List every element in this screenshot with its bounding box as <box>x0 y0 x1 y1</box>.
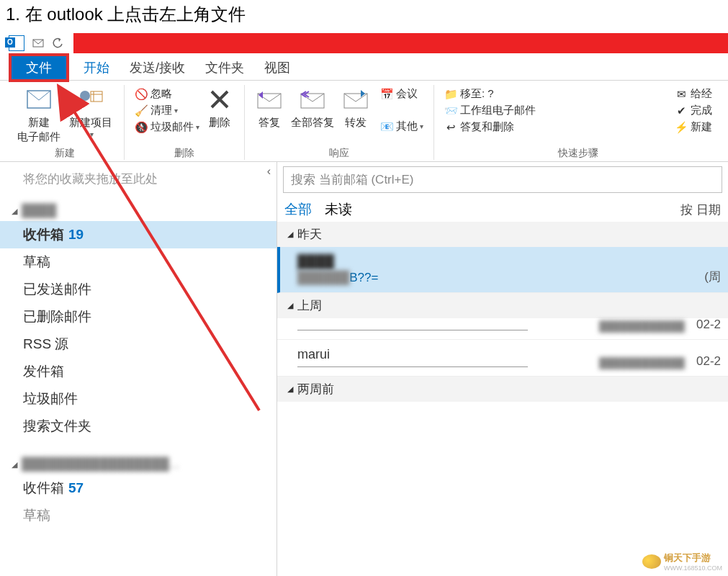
favorites-hint: 将您的收藏夹拖放至此处 <box>0 162 277 197</box>
ribbon-group-new: 新建 电子邮件 新建项目▾ 新建 <box>6 85 125 160</box>
file-tab[interactable]: 文件 <box>9 53 69 82</box>
team-mail-button[interactable]: 📨工作组电子邮件 <box>441 103 672 118</box>
mail-date: (周 <box>704 269 721 285</box>
to-boss-button[interactable]: ✉给经 <box>672 86 715 102</box>
moveto-button[interactable]: 📁移至: ? <box>441 86 672 102</box>
new-quick-button[interactable]: ⚡新建 <box>672 120 715 135</box>
ignore-icon: 🚫 <box>135 88 148 101</box>
reply-all-button[interactable]: 全部答复 <box>287 85 338 131</box>
outlook-logo-icon <box>9 35 24 51</box>
coins-icon <box>642 554 661 569</box>
collapse-nav-icon[interactable]: ‹ <box>267 165 271 178</box>
tab-view[interactable]: 视图 <box>254 55 300 81</box>
team-icon: 📨 <box>444 104 457 117</box>
search-input[interactable]: 搜索 当前邮箱 (Ctrl+E) <box>283 166 722 193</box>
reply-all-icon <box>300 86 325 112</box>
folder-2[interactable]: 已发送邮件 <box>0 276 277 303</box>
other-respond-button[interactable]: 📧其他▾ <box>377 119 426 134</box>
new-item-button[interactable]: 新建项目▾ <box>65 85 117 140</box>
undo-icon[interactable] <box>50 35 66 51</box>
instruction-text: 1. 在 outlook 上点击左上角文件 <box>0 0 728 32</box>
svg-rect-3 <box>91 91 102 102</box>
ribbon-group-delete: 🚫忽略 🧹清理▾ 🚷垃圾邮件▾ 删除 删除 <box>125 85 245 160</box>
done-button[interactable]: ✔完成 <box>672 103 715 118</box>
account-header-2[interactable]: ◢█████████████████... <box>0 450 277 474</box>
cleanup-button[interactable]: 🧹清理▾ <box>132 103 202 118</box>
mail-item-2[interactable]: 02-2 ████████████ <box>277 318 728 340</box>
filter-unread[interactable]: 未读 <box>325 200 352 219</box>
calendar-icon: 📅 <box>380 88 393 101</box>
folder-drafts-2[interactable]: 草稿 <box>0 502 277 529</box>
forward-icon <box>343 86 369 112</box>
title-bar-redacted <box>73 33 728 53</box>
filter-bar: 全部 未读 按 日期 <box>277 197 728 222</box>
mail-icon: ✉ <box>675 88 688 101</box>
block-icon: 🚷 <box>135 121 148 134</box>
send-receive-icon[interactable] <box>30 35 46 51</box>
reply-delete-icon: ↩ <box>444 121 457 134</box>
meeting-button[interactable]: 📅会议 <box>377 86 426 102</box>
tab-start[interactable]: 开始 <box>73 55 120 81</box>
group-lastweek[interactable]: ◢上周 <box>277 293 728 318</box>
svg-point-2 <box>80 91 90 101</box>
ribbon-group-respond: 答复 全部答复 转发 📅会议 📧其他▾ 响应 <box>245 85 434 160</box>
ribbon: 新建 电子邮件 新建项目▾ 新建 🚫忽略 🧹清理▾ 🚷垃圾邮件▾ 删除 删除 <box>0 81 728 162</box>
mail-item-1[interactable]: ████ ██████B??= (周 <box>277 247 728 293</box>
group-label-respond: 响应 <box>329 147 349 160</box>
delete-button[interactable]: 删除 <box>202 85 237 131</box>
reply-delete-button[interactable]: ↩答复和删除 <box>441 120 672 135</box>
watermark: 铜天下手游 WWW.168510.COM <box>642 552 722 572</box>
mail-subject: ██████B??= <box>297 271 716 285</box>
more-icon: 📧 <box>380 120 393 133</box>
reply-button[interactable]: 答复 <box>252 85 287 131</box>
triangle-down-icon: ◢ <box>12 207 17 216</box>
junk-button[interactable]: 🚷垃圾邮件▾ <box>132 120 202 135</box>
ignore-button[interactable]: 🚫忽略 <box>132 86 202 102</box>
group-yesterday[interactable]: ◢昨天 <box>277 222 728 247</box>
bolt-icon: ⚡ <box>675 121 688 134</box>
navigation-pane: ‹ 将您的收藏夹拖放至此处 ◢████ 收件箱19草稿已发送邮件已删除邮件RSS… <box>0 162 277 576</box>
folder-7[interactable]: 搜索文件夹 <box>0 413 277 440</box>
sort-by[interactable]: 按 日期 <box>680 202 721 218</box>
check-icon: ✔ <box>675 104 688 117</box>
folder-3[interactable]: 已删除邮件 <box>0 303 277 330</box>
group-label-new: 新建 <box>55 147 75 160</box>
folder-4[interactable]: RSS 源 <box>0 330 277 358</box>
forward-button[interactable]: 转发 <box>338 85 373 131</box>
ribbon-tabs: 文件 开始 发送/接收 文件夹 视图 <box>0 55 728 81</box>
chevron-down-icon: ▾ <box>90 130 94 139</box>
quick-access-toolbar <box>0 32 728 55</box>
mail-list-pane: 搜索 当前邮箱 (Ctrl+E) 全部 未读 按 日期 ◢昨天 ████ ███… <box>277 162 728 576</box>
new-items-icon <box>78 86 104 112</box>
x-icon <box>207 86 233 112</box>
folder-move-icon: 📁 <box>444 88 457 101</box>
filter-all[interactable]: 全部 <box>284 200 312 219</box>
mail-date: 02-2 <box>696 354 721 369</box>
folder-inbox-2[interactable]: 收件箱57 <box>0 474 277 502</box>
folder-1[interactable]: 草稿 <box>0 248 277 276</box>
envelope-icon <box>26 86 52 112</box>
group-twoweeks[interactable]: ◢两周前 <box>277 377 728 402</box>
group-label-delete: 删除 <box>174 147 194 160</box>
group-label-quick: 快速步骤 <box>558 147 598 160</box>
mail-item-3[interactable]: marui 02-2 ████████████ <box>277 340 728 377</box>
content-area: ‹ 将您的收藏夹拖放至此处 ◢████ 收件箱19草稿已发送邮件已删除邮件RSS… <box>0 162 728 576</box>
triangle-down-icon: ◢ <box>12 460 17 469</box>
new-email-button[interactable]: 新建 电子邮件 <box>13 85 65 145</box>
folder-5[interactable]: 发件箱 <box>0 358 277 385</box>
mail-date: 02-2 <box>696 318 721 332</box>
tab-folder[interactable]: 文件夹 <box>195 55 254 81</box>
reply-icon <box>256 86 282 112</box>
folder-6[interactable]: 垃圾邮件 <box>0 385 277 413</box>
tab-sendrecv[interactable]: 发送/接收 <box>120 55 195 81</box>
ribbon-group-quicksteps: 📁移至: ? 📨工作组电子邮件 ↩答复和删除 ✉给经 ✔完成 ⚡新建 快速步骤 <box>434 85 722 160</box>
folder-0[interactable]: 收件箱19 <box>0 221 277 248</box>
broom-icon: 🧹 <box>135 104 148 117</box>
mail-from: ████ <box>297 254 716 269</box>
account-header-1[interactable]: ◢████ <box>0 197 277 221</box>
